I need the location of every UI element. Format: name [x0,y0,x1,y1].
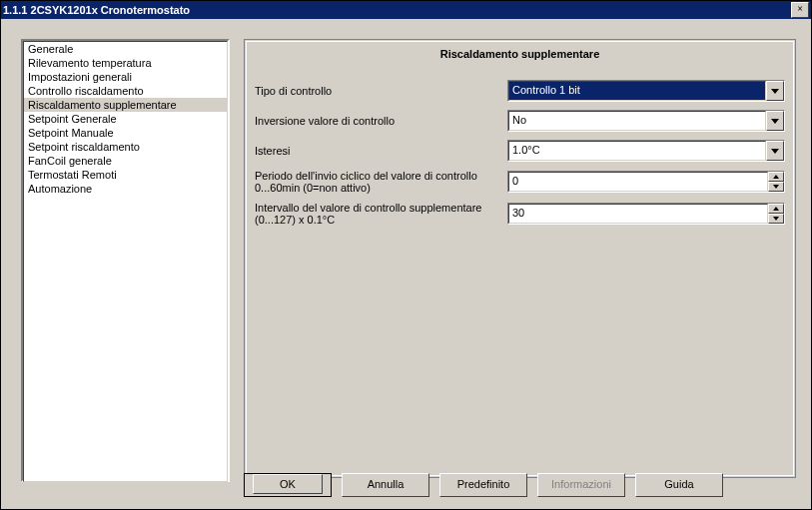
sidebar-item-3[interactable]: Controllo riscaldamento [24,84,227,98]
cancel-button[interactable]: Annulla [342,473,429,497]
sidebar-item-9[interactable]: Termostati Remoti [24,168,227,182]
close-button[interactable]: × [791,2,809,18]
spinner-down-icon[interactable] [768,182,784,192]
combo-controlType[interactable]: Controllo 1 bit [507,80,785,102]
combo-value-hysteresis: 1.0°C [508,141,766,161]
info-button: Informazioni [537,473,625,497]
category-list: GeneraleRilevamento temperaturaImpostazi… [24,42,227,196]
combo-value-invert: No [508,111,766,131]
param-row-cyclic: Periodo dell'invio ciclico del valore di… [255,170,785,194]
sidebar-item-0[interactable]: Generale [24,42,227,56]
spinner-up-icon[interactable] [768,204,784,214]
ok-button[interactable]: OK [244,473,332,497]
sidebar-item-4[interactable]: Riscaldamento supplementare [24,98,227,112]
param-label-invert: Inversione valore di controllo [255,115,507,127]
combo-invert[interactable]: No [507,110,785,132]
spinner-up-icon[interactable] [768,172,784,182]
spinner-value-cyclic[interactable]: 0 [508,172,768,192]
group-title: Riscaldamento supplementare [245,48,795,60]
button-bar: OK Annulla Predefinito Informazioni Guid… [244,473,796,497]
param-row-hysteresis: Isteresi1.0°C [255,140,785,162]
sidebar-item-5[interactable]: Setpoint Generale [24,112,227,126]
spinner-down-icon[interactable] [768,214,784,224]
param-row-interval: Intervallo del valore di controllo suppl… [255,202,785,226]
param-label-controlType: Tipo di controllo [255,85,507,97]
param-row-invert: Inversione valore di controlloNo [255,110,785,132]
parameter-groupbox: Riscaldamento supplementare Tipo di cont… [244,39,796,478]
title-bar: 1.1.1 2CSYK1201x Cronotermostato × [1,1,811,19]
help-button[interactable]: Guida [635,473,723,497]
param-label-cyclic: Periodo dell'invio ciclico del valore di… [255,170,507,194]
close-icon: × [797,3,803,14]
default-button[interactable]: Predefinito [439,473,527,497]
parameter-rows: Tipo di controlloControllo 1 bitInversio… [255,80,785,234]
dialog-window: 1.1.1 2CSYK1201x Cronotermostato × Gener… [0,0,812,510]
dialog-panel: GeneraleRilevamento temperaturaImpostazi… [1,19,811,509]
param-label-interval: Intervallo del valore di controllo suppl… [255,202,507,226]
category-sidebar: GeneraleRilevamento temperaturaImpostazi… [21,39,230,482]
spinner-interval[interactable]: 30 [507,203,785,225]
content-area: Riscaldamento supplementare Tipo di cont… [244,39,796,478]
combo-value-controlType: Controllo 1 bit [508,81,766,101]
sidebar-item-7[interactable]: Setpoint riscaldamento [24,140,227,154]
sidebar-item-2[interactable]: Impostazioni generali [24,70,227,84]
window-title: 1.1.1 2CSYK1201x Cronotermostato [3,1,190,19]
param-label-hysteresis: Isteresi [255,145,507,157]
chevron-down-icon[interactable] [766,111,784,131]
spinner-value-interval[interactable]: 30 [508,204,768,224]
sidebar-item-6[interactable]: Setpoint Manuale [24,126,227,140]
param-row-controlType: Tipo di controlloControllo 1 bit [255,80,785,102]
combo-hysteresis[interactable]: 1.0°C [507,140,785,162]
chevron-down-icon[interactable] [766,81,784,101]
sidebar-item-8[interactable]: FanCoil generale [24,154,227,168]
chevron-down-icon[interactable] [766,141,784,161]
sidebar-item-1[interactable]: Rilevamento temperatura [24,56,227,70]
spinner-cyclic[interactable]: 0 [507,171,785,193]
sidebar-item-10[interactable]: Automazione [24,182,227,196]
